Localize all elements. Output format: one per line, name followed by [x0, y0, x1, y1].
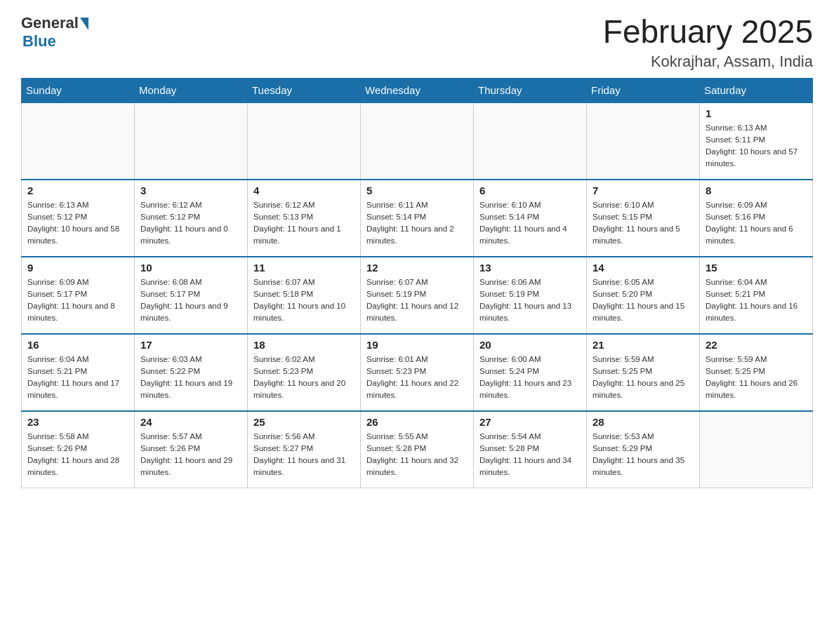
- day-number: 12: [366, 262, 468, 274]
- calendar-cell: 22Sunrise: 5:59 AM Sunset: 5:25 PM Dayli…: [700, 334, 813, 411]
- day-info: Sunrise: 6:09 AM Sunset: 5:17 PM Dayligh…: [27, 276, 128, 325]
- day-number: 13: [479, 262, 581, 274]
- calendar-cell: 24Sunrise: 5:57 AM Sunset: 5:26 PM Dayli…: [135, 411, 248, 488]
- day-number: 24: [140, 416, 241, 428]
- title-block: February 2025 Kokrajhar, Assam, India: [603, 14, 813, 71]
- day-number: 16: [27, 339, 128, 351]
- day-of-week-header: Friday: [587, 78, 700, 102]
- day-number: 15: [706, 262, 807, 274]
- day-number: 9: [27, 262, 128, 274]
- day-info: Sunrise: 5:55 AM Sunset: 5:28 PM Dayligh…: [366, 431, 468, 479]
- calendar-week-row: 2Sunrise: 6:13 AM Sunset: 5:12 PM Daylig…: [22, 180, 813, 257]
- day-number: 14: [593, 262, 694, 274]
- day-of-week-header: Saturday: [700, 78, 813, 102]
- day-number: 20: [479, 339, 581, 351]
- day-info: Sunrise: 6:05 AM Sunset: 5:20 PM Dayligh…: [593, 276, 694, 325]
- day-number: 2: [27, 185, 128, 196]
- calendar-cell: 6Sunrise: 6:10 AM Sunset: 5:14 PM Daylig…: [474, 180, 587, 257]
- calendar-cell: 5Sunrise: 6:11 AM Sunset: 5:14 PM Daylig…: [361, 180, 474, 257]
- day-number: 10: [140, 262, 241, 274]
- calendar-cell: 1Sunrise: 6:13 AM Sunset: 5:11 PM Daylig…: [700, 102, 813, 180]
- day-number: 6: [479, 185, 581, 196]
- day-info: Sunrise: 6:08 AM Sunset: 5:17 PM Dayligh…: [140, 276, 241, 325]
- day-info: Sunrise: 6:09 AM Sunset: 5:16 PM Dayligh…: [706, 199, 807, 248]
- day-of-week-header: Sunday: [22, 78, 135, 102]
- day-info: Sunrise: 6:03 AM Sunset: 5:22 PM Dayligh…: [140, 354, 241, 402]
- calendar-cell: 8Sunrise: 6:09 AM Sunset: 5:16 PM Daylig…: [700, 180, 813, 257]
- day-number: 26: [366, 416, 468, 428]
- calendar-cell: 3Sunrise: 6:12 AM Sunset: 5:12 PM Daylig…: [135, 180, 248, 257]
- day-number: 22: [706, 339, 807, 351]
- day-info: Sunrise: 6:10 AM Sunset: 5:15 PM Dayligh…: [593, 199, 694, 248]
- day-info: Sunrise: 5:53 AM Sunset: 5:29 PM Dayligh…: [593, 431, 694, 479]
- day-number: 8: [706, 185, 807, 196]
- day-number: 3: [140, 185, 241, 196]
- calendar-cell: 28Sunrise: 5:53 AM Sunset: 5:29 PM Dayli…: [587, 411, 700, 488]
- calendar-cell: 13Sunrise: 6:06 AM Sunset: 5:19 PM Dayli…: [474, 257, 587, 334]
- day-info: Sunrise: 5:57 AM Sunset: 5:26 PM Dayligh…: [140, 431, 241, 479]
- calendar-header-row: SundayMondayTuesdayWednesdayThursdayFrid…: [22, 78, 813, 102]
- logo-general: General: [21, 14, 79, 32]
- day-number: 11: [253, 262, 355, 274]
- day-info: Sunrise: 6:00 AM Sunset: 5:24 PM Dayligh…: [479, 354, 581, 402]
- day-of-week-header: Thursday: [474, 78, 587, 102]
- day-info: Sunrise: 5:59 AM Sunset: 5:25 PM Dayligh…: [706, 354, 807, 402]
- calendar-cell: 11Sunrise: 6:07 AM Sunset: 5:18 PM Dayli…: [248, 257, 361, 334]
- calendar-cell: 17Sunrise: 6:03 AM Sunset: 5:22 PM Dayli…: [135, 334, 248, 411]
- day-of-week-header: Tuesday: [248, 78, 361, 102]
- calendar-cell: 19Sunrise: 6:01 AM Sunset: 5:23 PM Dayli…: [361, 334, 474, 411]
- calendar-cell: [135, 102, 248, 180]
- day-number: 27: [479, 416, 581, 428]
- day-info: Sunrise: 6:07 AM Sunset: 5:18 PM Dayligh…: [253, 276, 355, 325]
- calendar-cell: 21Sunrise: 5:59 AM Sunset: 5:25 PM Dayli…: [587, 334, 700, 411]
- logo-arrow-icon: [80, 18, 88, 30]
- calendar-table: SundayMondayTuesdayWednesdayThursdayFrid…: [21, 78, 813, 489]
- calendar-cell: 18Sunrise: 6:02 AM Sunset: 5:23 PM Dayli…: [248, 334, 361, 411]
- day-info: Sunrise: 6:04 AM Sunset: 5:21 PM Dayligh…: [27, 354, 128, 402]
- calendar-cell: [248, 102, 361, 180]
- calendar-cell: 16Sunrise: 6:04 AM Sunset: 5:21 PM Dayli…: [22, 334, 135, 411]
- day-of-week-header: Monday: [135, 78, 248, 102]
- day-info: Sunrise: 6:04 AM Sunset: 5:21 PM Dayligh…: [706, 276, 807, 325]
- calendar-cell: 9Sunrise: 6:09 AM Sunset: 5:17 PM Daylig…: [22, 257, 135, 334]
- day-info: Sunrise: 6:11 AM Sunset: 5:14 PM Dayligh…: [366, 199, 468, 248]
- logo: General Blue: [21, 14, 88, 51]
- day-number: 19: [366, 339, 468, 351]
- day-number: 25: [253, 416, 355, 428]
- day-number: 18: [253, 339, 355, 351]
- day-info: Sunrise: 5:59 AM Sunset: 5:25 PM Dayligh…: [593, 354, 694, 402]
- calendar-cell: 4Sunrise: 6:12 AM Sunset: 5:13 PM Daylig…: [248, 180, 361, 257]
- day-info: Sunrise: 6:02 AM Sunset: 5:23 PM Dayligh…: [253, 354, 355, 402]
- day-info: Sunrise: 6:12 AM Sunset: 5:13 PM Dayligh…: [253, 199, 355, 248]
- calendar-cell: [474, 102, 587, 180]
- calendar-cell: [700, 411, 813, 488]
- day-of-week-header: Wednesday: [361, 78, 474, 102]
- calendar-cell: 25Sunrise: 5:56 AM Sunset: 5:27 PM Dayli…: [248, 411, 361, 488]
- calendar-week-row: 9Sunrise: 6:09 AM Sunset: 5:17 PM Daylig…: [22, 257, 813, 334]
- day-info: Sunrise: 5:56 AM Sunset: 5:27 PM Dayligh…: [253, 431, 355, 479]
- calendar-cell: 12Sunrise: 6:07 AM Sunset: 5:19 PM Dayli…: [361, 257, 474, 334]
- calendar-cell: 26Sunrise: 5:55 AM Sunset: 5:28 PM Dayli…: [361, 411, 474, 488]
- day-number: 1: [706, 107, 807, 119]
- calendar-cell: 10Sunrise: 6:08 AM Sunset: 5:17 PM Dayli…: [135, 257, 248, 334]
- day-number: 17: [140, 339, 241, 351]
- calendar-cell: 27Sunrise: 5:54 AM Sunset: 5:28 PM Dayli…: [474, 411, 587, 488]
- day-number: 23: [27, 416, 128, 428]
- day-info: Sunrise: 6:13 AM Sunset: 5:11 PM Dayligh…: [706, 122, 807, 170]
- calendar-cell: 14Sunrise: 6:05 AM Sunset: 5:20 PM Dayli…: [587, 257, 700, 334]
- day-number: 4: [253, 185, 355, 196]
- page-header: General Blue February 2025 Kokrajhar, As…: [21, 14, 813, 71]
- day-info: Sunrise: 5:54 AM Sunset: 5:28 PM Dayligh…: [479, 431, 581, 479]
- calendar-week-row: 23Sunrise: 5:58 AM Sunset: 5:26 PM Dayli…: [22, 411, 813, 488]
- calendar-title: February 2025: [603, 14, 813, 50]
- logo-blue: Blue: [22, 32, 56, 51]
- day-info: Sunrise: 6:06 AM Sunset: 5:19 PM Dayligh…: [479, 276, 581, 325]
- day-info: Sunrise: 6:07 AM Sunset: 5:19 PM Dayligh…: [366, 276, 468, 325]
- day-info: Sunrise: 6:10 AM Sunset: 5:14 PM Dayligh…: [479, 199, 581, 248]
- calendar-subtitle: Kokrajhar, Assam, India: [603, 53, 813, 71]
- calendar-cell: [587, 102, 700, 180]
- calendar-cell: 7Sunrise: 6:10 AM Sunset: 5:15 PM Daylig…: [587, 180, 700, 257]
- calendar-week-row: 1Sunrise: 6:13 AM Sunset: 5:11 PM Daylig…: [22, 102, 813, 180]
- calendar-cell: 2Sunrise: 6:13 AM Sunset: 5:12 PM Daylig…: [22, 180, 135, 257]
- day-number: 28: [593, 416, 694, 428]
